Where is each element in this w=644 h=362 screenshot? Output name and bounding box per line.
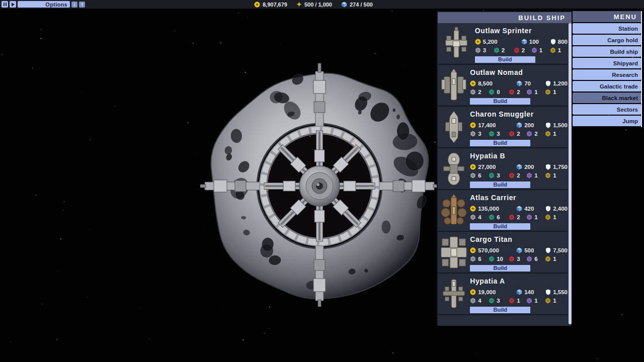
ship-entry[interactable]: Hypatia A 19,000 140 [438,274,568,315]
hexagon-purple-icon [526,131,532,137]
ship-thumbnail-icon [438,107,470,147]
ship-entry[interactable]: Outlaw Nomad 8,500 70 [438,65,568,107]
top-bar: Options i ? 8,907,679 500 / 1,000 274 / … [0,0,644,9]
shield-icon [545,206,551,212]
cost-shield: 7,500 [545,247,568,253]
ship-entry[interactable]: Hypatia B 27,000 200 [438,148,568,190]
cost-credits: 570,000 [470,247,516,253]
menu-item[interactable]: Build ship [573,46,641,57]
cube-icon [521,39,527,45]
material-gray: 4 [470,214,489,220]
play-icon [12,3,15,7]
hexagon-green-icon [489,131,495,137]
credits-icon [470,289,476,295]
ship-entry[interactable]: Charon Smuggler 17,400 200 [438,107,568,148]
credits-icon [470,206,476,212]
ship-info: Outlaw Sprinter 5,200 100 [475,23,568,64]
build-button[interactable]: Build [470,140,530,146]
ship-entry[interactable]: Cargo Titan 570,000 500 [438,232,568,274]
menu-item[interactable]: Galactic trade [573,81,641,92]
ship-name: Cargo Titan [470,235,568,243]
cost-cubes: 100 [521,39,550,45]
cube-icon [516,206,522,212]
hexagon-gray-icon [470,214,476,220]
cost-shield: 1,750 [545,164,568,170]
hexagon-red-icon [514,47,520,53]
help-button[interactable]: ? [79,2,85,8]
build-button[interactable]: Build [475,56,535,63]
cost-credits: 5,200 [475,39,521,45]
ship-material-row: 2 0 2 [470,87,568,96]
material-red: 2 [509,214,526,220]
hexagon-yellow-icon [550,47,556,53]
menu-item[interactable]: Black market [573,93,641,103]
pause-button[interactable] [2,1,8,8]
asteroid-station[interactable] [200,53,441,307]
menu-item-label: Shipyard [613,60,638,66]
build-button[interactable]: Build [470,182,530,188]
menu-item[interactable]: Shipyard [573,58,641,68]
material-yellow: 1 [545,214,568,220]
ship-entry[interactable]: Outlaw Sprinter 5,200 100 [438,23,568,65]
menu-item-label: Galactic trade [600,83,638,89]
build-button[interactable]: Build [470,265,530,272]
cost-shield: 1,550 [545,289,568,295]
material-red: 2 [509,131,526,137]
options-button[interactable]: Options [18,1,70,8]
ship-cost-row: 17,400 200 1,500 [470,121,568,129]
build-button[interactable]: Build [470,223,530,230]
hexagon-purple-icon [526,172,532,178]
material-gray: 2 [470,89,489,95]
ship-material-row: 4 3 1 [470,296,568,305]
shield-icon [545,80,551,86]
material-green: 3 [489,298,509,304]
build-button[interactable]: Build [470,307,530,313]
ship-cost-row: 27,000 200 1,750 [470,162,568,171]
material-purple: 1 [526,214,545,220]
play-button[interactable] [10,1,16,8]
hexagon-gray-icon [470,256,476,262]
menu-item-label: Cargo hold [607,37,638,43]
material-red: 2 [509,89,526,95]
cost-cubes: 140 [516,289,545,295]
cost-credits: 135,000 [470,206,516,212]
material-yellow: 1 [545,298,568,304]
credits-icon [470,122,476,128]
material-purple: 1 [526,89,545,95]
cube-icon [516,247,522,253]
build-button[interactable]: Build [470,98,530,105]
menu-item[interactable]: Sectors [573,104,641,115]
cost-credits: 27,000 [470,164,516,170]
menu-item[interactable]: Cargo hold [573,35,641,45]
shield-icon [545,164,551,170]
menu-item-label: Research [612,72,638,78]
menu-item[interactable]: Jump [573,116,641,126]
ship-info: Cargo Titan 570,000 500 [470,232,568,273]
build-ship-panel: BUILD SHIP Outlaw Sprinter 5,200 [437,11,572,326]
ship-cost-row: 5,200 100 800 [475,37,568,46]
ship-name: Hypatia B [470,152,568,160]
hexagon-purple-icon [531,47,537,53]
hexagon-purple-icon [526,256,532,262]
ship-list: Outlaw Sprinter 5,200 100 [438,23,568,326]
cost-credits: 17,400 [470,122,516,128]
scrollbar-thumb[interactable] [569,23,572,324]
cost-cubes: 200 [516,164,545,170]
energy-icon [296,2,302,7]
info-button[interactable]: i [71,2,77,8]
menu-item-label: Jump [622,118,638,124]
ship-thumbnail-icon [438,274,470,314]
ship-entry[interactable]: Atlas Carrier 135,000 420 [438,190,568,232]
hexagon-yellow-icon [545,172,551,178]
menu-item[interactable]: Research [573,69,641,80]
menu-item[interactable]: Station [573,23,641,34]
ship-cost-row: 135,000 420 2,400 [470,204,568,213]
hexagon-red-icon [509,89,515,95]
build-ship-title: BUILD SHIP [438,12,572,23]
hexagon-purple-icon [526,298,532,304]
ship-thumbnail-icon [438,65,470,106]
hexagon-gray-icon [470,89,476,95]
hexagon-yellow-icon [545,131,551,137]
hexagon-red-icon [509,298,515,304]
shield-icon [545,247,551,253]
